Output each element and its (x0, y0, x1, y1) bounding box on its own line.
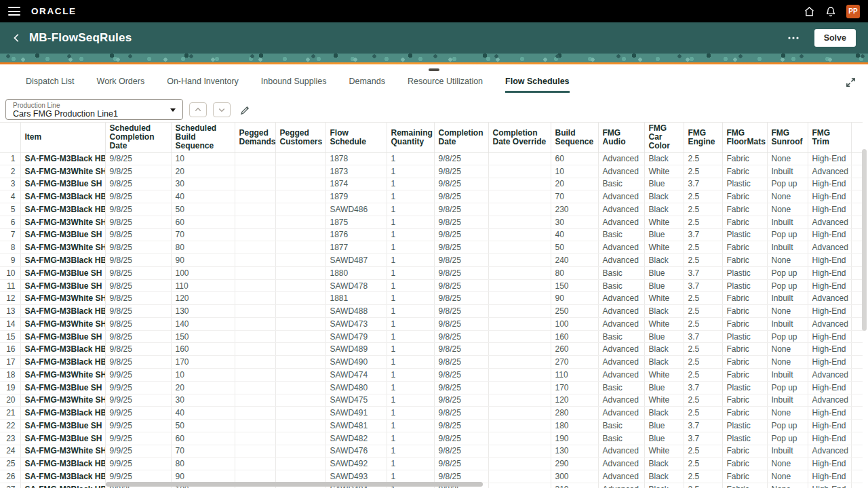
cell-fmg-floormats[interactable]: Fabric (722, 369, 767, 382)
row-number[interactable]: 8 (0, 241, 20, 254)
cell-pegged-customers[interactable] (275, 330, 326, 343)
cell-completion-date-override[interactable] (488, 228, 551, 241)
cell-pegged-demands[interactable] (235, 292, 275, 305)
cell-remaining-quantity[interactable]: 1 (387, 178, 434, 190)
cell-flow-schedule[interactable]: 1876 (326, 228, 387, 241)
column-header-flow-schedule[interactable]: Flow Schedule (326, 123, 387, 152)
cell-fmg-sunroof[interactable]: Inbuilt (767, 241, 808, 254)
cell-fmg-floormats[interactable]: Fabric (722, 241, 767, 254)
cell-fmg-engine[interactable]: 3.7 (684, 178, 722, 190)
cell-completion-date-override[interactable] (488, 420, 551, 432)
cell-scheduled-completion-date[interactable]: 9/8/25 (105, 152, 171, 165)
cell-completion-date-override[interactable] (488, 394, 551, 407)
cell-fmg-sunroof[interactable]: Pop up (767, 266, 808, 279)
horizontal-scrollbar[interactable] (106, 482, 483, 487)
cell-item[interactable]: SA-FMG-M3Black HB (20, 407, 105, 420)
cell-build-sequence[interactable]: 180 (551, 420, 598, 432)
cell-build-sequence[interactable]: 60 (551, 152, 598, 165)
cell-build-sequence[interactable]: 170 (551, 381, 598, 394)
row-number[interactable]: 18 (0, 369, 20, 382)
cell-fmg-engine[interactable]: 2.5 (684, 458, 722, 470)
row-number[interactable]: 14 (0, 317, 20, 330)
cell-fmg-car-color[interactable]: Blue (644, 178, 684, 190)
cell-fmg-trim[interactable]: High-End (808, 483, 851, 488)
cell-completion-date[interactable]: 9/8/25 (434, 152, 488, 165)
cell-pegged-demands[interactable] (235, 317, 275, 330)
cell-scheduled-completion-date[interactable]: 9/9/25 (105, 470, 171, 483)
cell-fmg-sunroof[interactable]: None (767, 343, 808, 356)
cell-scheduled-build-sequence[interactable]: 50 (171, 203, 235, 216)
cell-scheduled-completion-date[interactable]: 9/9/25 (105, 458, 171, 470)
cell-fmg-car-color[interactable]: Blue (644, 279, 684, 292)
cell-fmg-audio[interactable]: Basic (598, 432, 644, 445)
cell-build-sequence[interactable]: 20 (551, 178, 598, 190)
cell-scheduled-completion-date[interactable]: 9/8/25 (105, 165, 171, 178)
cell-pegged-demands[interactable] (235, 254, 275, 267)
cell-item[interactable]: SA-FMG-M3Blue SH (20, 266, 105, 279)
cell-remaining-quantity[interactable]: 1 (387, 445, 434, 458)
cell-fmg-car-color[interactable]: Black (644, 254, 684, 267)
cell-build-sequence[interactable]: 280 (551, 407, 598, 420)
cell-fmg-engine[interactable]: 2.5 (684, 445, 722, 458)
expand-icon[interactable] (844, 76, 857, 89)
cell-completion-date[interactable]: 9/8/25 (434, 165, 488, 178)
cell-pegged-customers[interactable] (275, 305, 326, 318)
cell-scheduled-completion-date[interactable]: 9/8/25 (105, 241, 171, 254)
cell-completion-date[interactable]: 9/8/25 (434, 356, 488, 369)
cell-fmg-car-color[interactable]: Black (644, 470, 684, 483)
overflow-menu-icon[interactable] (787, 36, 800, 40)
row-number[interactable]: 4 (0, 190, 20, 203)
cell-completion-date-override[interactable] (488, 381, 551, 394)
cell-completion-date[interactable]: 9/8/25 (434, 458, 488, 470)
cell-fmg-engine[interactable]: 3.7 (684, 432, 722, 445)
cell-fmg-trim[interactable]: High-End (808, 330, 851, 343)
cell-scheduled-build-sequence[interactable]: 90 (171, 470, 235, 483)
cell-fmg-sunroof[interactable]: Inbuilt (767, 445, 808, 458)
row-number[interactable]: 13 (0, 305, 20, 318)
cell-pegged-customers[interactable] (275, 292, 326, 305)
cell-fmg-sunroof[interactable]: None (767, 470, 808, 483)
cell-scheduled-completion-date[interactable]: 9/8/25 (105, 228, 171, 241)
cell-item[interactable]: SA-FMG-M3Blue SH (20, 432, 105, 445)
cell-build-sequence[interactable]: 300 (551, 470, 598, 483)
row-number[interactable]: 21 (0, 407, 20, 420)
cell-fmg-sunroof[interactable]: Pop up (767, 228, 808, 241)
cell-flow-schedule[interactable]: 1873 (326, 165, 387, 178)
cell-completion-date-override[interactable] (488, 190, 551, 203)
cell-scheduled-build-sequence[interactable]: 60 (171, 216, 235, 228)
cell-item[interactable]: SA-FMG-M3Black HB (20, 305, 105, 318)
cell-fmg-audio[interactable]: Advanced (598, 407, 644, 420)
cell-flow-schedule[interactable]: SAWD473 (326, 317, 387, 330)
row-number[interactable]: 3 (0, 178, 20, 190)
cell-pegged-customers[interactable] (275, 266, 326, 279)
table-row[interactable]: 13SA-FMG-M3Black HB9/8/25130SAWD48819/8/… (0, 305, 863, 318)
cell-fmg-engine[interactable]: 2.5 (684, 369, 722, 382)
cell-fmg-trim[interactable]: High-End (808, 432, 851, 445)
cell-flow-schedule[interactable]: SAWD488 (326, 305, 387, 318)
cell-scheduled-completion-date[interactable]: 9/9/25 (105, 445, 171, 458)
cell-item[interactable]: SA-FMG-M3Blue SH (20, 228, 105, 241)
cell-scheduled-completion-date[interactable]: 9/8/25 (105, 279, 171, 292)
cell-completion-date-override[interactable] (488, 432, 551, 445)
cell-scheduled-completion-date[interactable]: 9/8/25 (105, 330, 171, 343)
cell-remaining-quantity[interactable]: 1 (387, 228, 434, 241)
cell-fmg-car-color[interactable]: White (644, 216, 684, 228)
cell-scheduled-build-sequence[interactable]: 80 (171, 458, 235, 470)
cell-item[interactable]: SA-FMG-M3White SH (20, 292, 105, 305)
cell-build-sequence[interactable]: 160 (551, 330, 598, 343)
cell-completion-date[interactable]: 9/8/25 (434, 330, 488, 343)
cell-scheduled-build-sequence[interactable]: 80 (171, 241, 235, 254)
cell-completion-date[interactable]: 9/8/25 (434, 369, 488, 382)
table-row[interactable]: 20SA-FMG-M3White SH9/9/2530SAWD47519/8/2… (0, 394, 863, 407)
cell-fmg-trim[interactable]: High-End (808, 343, 851, 356)
cell-fmg-floormats[interactable]: Plastic (722, 432, 767, 445)
cell-fmg-car-color[interactable]: Black (644, 152, 684, 165)
cell-item[interactable]: SA-FMG-M3White SH (20, 317, 105, 330)
move-up-button[interactable] (189, 102, 207, 117)
cell-flow-schedule[interactable]: SAWD476 (326, 445, 387, 458)
cell-fmg-engine[interactable]: 2.5 (684, 356, 722, 369)
cell-fmg-sunroof[interactable]: Pop up (767, 279, 808, 292)
cell-completion-date-override[interactable] (488, 216, 551, 228)
table-row[interactable]: 24SA-FMG-M3White SH9/9/2570SAWD47619/8/2… (0, 445, 863, 458)
cell-pegged-demands[interactable] (235, 178, 275, 190)
